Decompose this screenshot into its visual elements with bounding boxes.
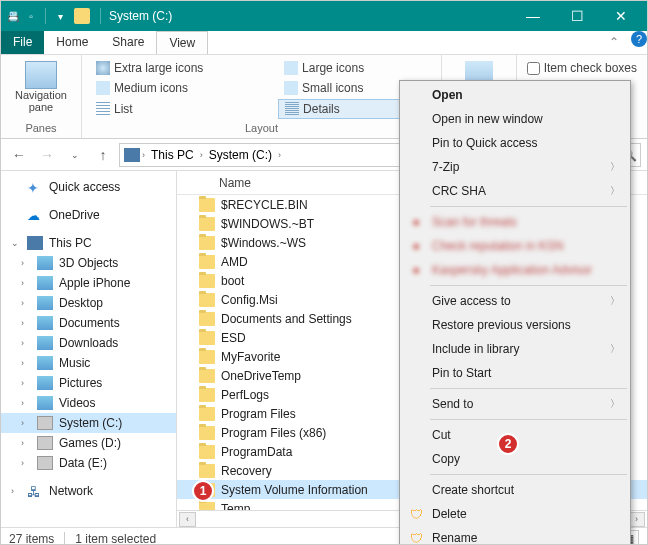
item-check-boxes-checkbox[interactable]: Item check boxes bbox=[527, 61, 637, 75]
folder-icon bbox=[37, 316, 53, 330]
recent-dropdown-icon[interactable]: ⌄ bbox=[63, 143, 87, 167]
tab-share[interactable]: Share bbox=[100, 31, 156, 54]
help-icon[interactable]: ? bbox=[631, 31, 647, 47]
chevron-right-icon[interactable]: › bbox=[200, 150, 203, 160]
menu-delete[interactable]: 🛡Delete bbox=[402, 502, 628, 526]
folder-icon bbox=[37, 396, 53, 410]
new-folder-icon[interactable]: ▫ bbox=[23, 8, 39, 24]
folder-icon bbox=[199, 312, 215, 326]
tree-system-c[interactable]: ›System (C:) bbox=[1, 413, 176, 433]
layout-extra-large-icons[interactable]: Extra large icons bbox=[90, 59, 272, 77]
ribbon-collapse-icon[interactable]: ⌃ bbox=[601, 31, 627, 54]
details-icon bbox=[285, 102, 299, 116]
chevron-right-icon: 〉 bbox=[610, 397, 620, 411]
tree-3d-objects[interactable]: ›3D Objects bbox=[1, 253, 176, 273]
menu-separator bbox=[430, 419, 627, 420]
folder-icon bbox=[199, 350, 215, 364]
menu-open[interactable]: Open bbox=[402, 83, 628, 107]
minimize-button[interactable]: — bbox=[511, 1, 555, 31]
device-icon bbox=[37, 276, 53, 290]
menu-create-shortcut[interactable]: Create shortcut bbox=[402, 478, 628, 502]
menu-blurred-item[interactable]: ●Kaspersky Application Advisor bbox=[402, 258, 628, 282]
folder-icon bbox=[37, 376, 53, 390]
menu-blurred-item[interactable]: ●Check reputation in KSN bbox=[402, 234, 628, 258]
menu-include-in-library[interactable]: Include in library〉 bbox=[402, 337, 628, 361]
menu-restore-previous-versions[interactable]: Restore previous versions bbox=[402, 313, 628, 337]
titlebar: 📇 ▫ ▾ System (C:) — ☐ ✕ bbox=[1, 1, 647, 31]
item-count: 27 items bbox=[9, 532, 54, 546]
chevron-right-icon: 〉 bbox=[610, 160, 620, 174]
menu-pin-to-start[interactable]: Pin to Start bbox=[402, 361, 628, 385]
context-menu: Open Open in new window Pin to Quick acc… bbox=[399, 80, 631, 545]
tree-videos[interactable]: ›Videos bbox=[1, 393, 176, 413]
pc-icon bbox=[27, 236, 43, 250]
tree-pictures[interactable]: ›Pictures bbox=[1, 373, 176, 393]
folder-icon bbox=[199, 217, 215, 231]
breadcrumb-drive[interactable]: System (C:) bbox=[205, 148, 276, 162]
tree-quick-access[interactable]: ✦Quick access bbox=[1, 177, 176, 197]
breadcrumb-this-pc[interactable]: This PC bbox=[147, 148, 198, 162]
extra-large-icons-icon bbox=[96, 61, 110, 75]
layout-list[interactable]: List bbox=[90, 99, 272, 119]
properties-icon[interactable]: 📇 bbox=[5, 8, 21, 24]
folder-icon bbox=[199, 464, 215, 478]
navigation-tree[interactable]: ✦Quick access ☁OneDrive ⌄This PC ›3D Obj… bbox=[1, 171, 177, 527]
scroll-left-icon[interactable]: ‹ bbox=[179, 512, 196, 527]
layout-medium-icons[interactable]: Medium icons bbox=[90, 79, 272, 97]
tree-network[interactable]: ›🖧Network bbox=[1, 481, 176, 501]
qat-dropdown-icon[interactable]: ▾ bbox=[52, 8, 68, 24]
tree-apple-iphone[interactable]: ›Apple iPhone bbox=[1, 273, 176, 293]
close-button[interactable]: ✕ bbox=[599, 1, 643, 31]
menu-separator bbox=[430, 285, 627, 286]
folder-icon bbox=[199, 369, 215, 383]
navigation-pane-button[interactable]: Navigation pane bbox=[7, 57, 75, 117]
window-title: System (C:) bbox=[109, 9, 172, 23]
cloud-icon: ☁ bbox=[27, 208, 43, 222]
chevron-right-icon[interactable]: › bbox=[142, 150, 145, 160]
large-icons-icon bbox=[284, 61, 298, 75]
tree-games-d[interactable]: ›Games (D:) bbox=[1, 433, 176, 453]
forward-button[interactable]: → bbox=[35, 143, 59, 167]
folder-icon bbox=[199, 502, 215, 511]
menu-send-to[interactable]: Send to〉 bbox=[402, 392, 628, 416]
tree-music[interactable]: ›Music bbox=[1, 353, 176, 373]
tree-data-e[interactable]: ›Data (E:) bbox=[1, 453, 176, 473]
menu-separator bbox=[430, 206, 627, 207]
callout-1: 1 bbox=[192, 480, 214, 502]
up-button[interactable]: ↑ bbox=[91, 143, 115, 167]
pc-icon bbox=[124, 148, 140, 162]
folder-icon bbox=[199, 426, 215, 440]
menu-pin-quick-access[interactable]: Pin to Quick access bbox=[402, 131, 628, 155]
folder-icon bbox=[199, 445, 215, 459]
tab-file[interactable]: File bbox=[1, 31, 44, 54]
back-button[interactable]: ← bbox=[7, 143, 31, 167]
menu-blurred-item[interactable]: ●Scan for threats bbox=[402, 210, 628, 234]
tree-this-pc[interactable]: ⌄This PC bbox=[1, 233, 176, 253]
chevron-right-icon: 〉 bbox=[610, 294, 620, 308]
tree-downloads[interactable]: ›Downloads bbox=[1, 333, 176, 353]
ribbon-group-layout: Extra large icons Large icons Medium ico… bbox=[82, 55, 442, 138]
menu-open-new-window[interactable]: Open in new window bbox=[402, 107, 628, 131]
menu-give-access-to[interactable]: Give access to〉 bbox=[402, 289, 628, 313]
network-icon: 🖧 bbox=[27, 484, 43, 498]
menu-crc-sha[interactable]: CRC SHA〉 bbox=[402, 179, 628, 203]
menu-rename[interactable]: 🛡Rename bbox=[402, 526, 628, 545]
folder-icon bbox=[199, 407, 215, 421]
tree-documents[interactable]: ›Documents bbox=[1, 313, 176, 333]
list-icon bbox=[96, 102, 110, 116]
chevron-right-icon: 〉 bbox=[610, 184, 620, 198]
folder-icon bbox=[37, 356, 53, 370]
menu-separator bbox=[430, 388, 627, 389]
tree-onedrive[interactable]: ☁OneDrive bbox=[1, 205, 176, 225]
tab-home[interactable]: Home bbox=[44, 31, 100, 54]
chevron-right-icon[interactable]: › bbox=[278, 150, 281, 160]
folder-icon bbox=[199, 198, 215, 212]
ribbon-group-panes: Navigation pane Panes bbox=[1, 55, 82, 138]
menu-7zip[interactable]: 7-Zip〉 bbox=[402, 155, 628, 179]
tab-view[interactable]: View bbox=[156, 31, 208, 54]
selection-count: 1 item selected bbox=[75, 532, 156, 546]
drive-icon bbox=[37, 416, 53, 430]
tree-desktop[interactable]: ›Desktop bbox=[1, 293, 176, 313]
layout-large-icons[interactable]: Large icons bbox=[278, 59, 433, 77]
maximize-button[interactable]: ☐ bbox=[555, 1, 599, 31]
